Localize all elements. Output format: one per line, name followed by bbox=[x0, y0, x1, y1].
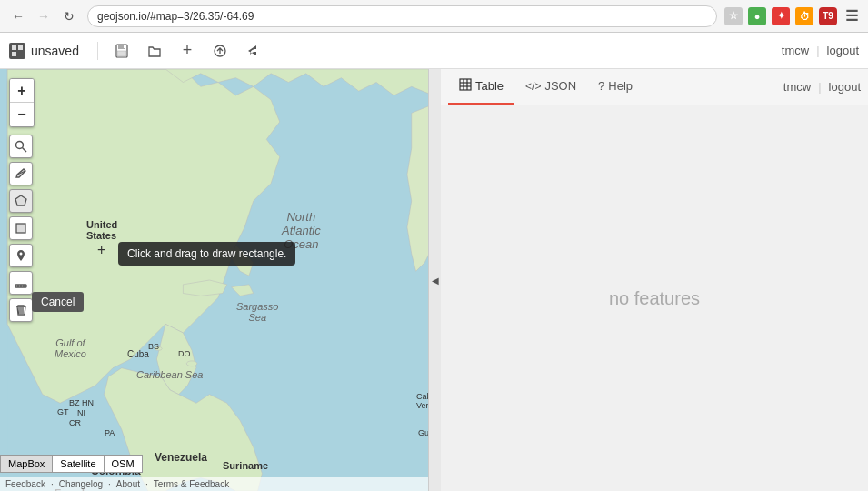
ext-red-icon[interactable]: ✦ bbox=[772, 7, 790, 25]
zoom-out-button[interactable]: − bbox=[10, 103, 34, 126]
cancel-draw-button[interactable]: Cancel bbox=[32, 292, 84, 312]
svg-rect-0 bbox=[12, 45, 16, 50]
tab-json[interactable]: </> JSON bbox=[514, 70, 587, 105]
svg-line-12 bbox=[23, 148, 27, 153]
upload-button[interactable] bbox=[207, 38, 233, 64]
auth-links: tmcw | logout bbox=[782, 44, 859, 57]
basemap-mapbox-button[interactable]: MapBox bbox=[0, 455, 52, 473]
svg-point-9 bbox=[155, 346, 162, 350]
bookmark-icon[interactable]: ☆ bbox=[724, 7, 743, 25]
square-tool-button[interactable] bbox=[9, 216, 33, 240]
forward-button[interactable]: → bbox=[33, 5, 55, 27]
no-features-text: no features bbox=[609, 288, 700, 309]
collapse-panel-button[interactable]: ◀ bbox=[428, 69, 441, 491]
logout-link[interactable]: logout bbox=[827, 44, 859, 57]
svg-rect-5 bbox=[117, 51, 126, 56]
add-button[interactable]: + bbox=[175, 38, 200, 64]
toolbar-sep-1 bbox=[97, 42, 98, 60]
svg-rect-1 bbox=[18, 45, 23, 50]
browser-chrome: ← → ↻ geojson.io/#map=3/26.35/-64.69 ☆ ●… bbox=[0, 0, 868, 33]
app-title-text: unsaved bbox=[31, 44, 79, 58]
trash-tool-button[interactable] bbox=[9, 298, 33, 322]
basemap-selector: MapBox Satellite OSM bbox=[0, 455, 143, 473]
svg-point-11 bbox=[16, 142, 24, 149]
auth-separator: | bbox=[816, 44, 819, 57]
right-panel: Table </> JSON ? Help tmcw | logout n bbox=[441, 69, 868, 491]
app-toolbar: unsaved + bbox=[0, 33, 868, 69]
svg-rect-6 bbox=[124, 45, 125, 48]
search-tool-button[interactable] bbox=[9, 135, 33, 158]
pencil-tool-button[interactable] bbox=[9, 162, 33, 185]
svg-marker-14 bbox=[15, 195, 26, 205]
tab-table-label: Table bbox=[475, 79, 504, 93]
about-link[interactable]: About bbox=[116, 479, 140, 489]
tab-help-label: Help bbox=[608, 79, 633, 93]
address-bar[interactable]: geojson.io/#map=3/26.35/-64.69 bbox=[87, 5, 717, 27]
back-button[interactable]: ← bbox=[7, 5, 29, 27]
polygon-tool-button[interactable] bbox=[9, 189, 33, 213]
no-features-area: no features bbox=[441, 105, 868, 491]
ext-dark-red-icon[interactable]: T9 bbox=[819, 7, 837, 25]
tab-table[interactable]: Table bbox=[448, 70, 514, 105]
svg-rect-21 bbox=[460, 79, 471, 90]
terms-link[interactable]: Terms & Feedback bbox=[154, 479, 229, 489]
tab-username-link[interactable]: tmcw bbox=[783, 80, 811, 94]
edit-tool-button[interactable] bbox=[9, 271, 33, 295]
cancel-button-label: Cancel bbox=[41, 296, 75, 308]
code-icon: </> bbox=[525, 80, 541, 93]
ext-green-icon[interactable]: ● bbox=[748, 7, 766, 25]
tab-bar: Table </> JSON ? Help tmcw | logout bbox=[441, 69, 868, 105]
svg-point-10 bbox=[186, 361, 197, 366]
map-panel[interactable]: NorthAtlanticOcean SargassoSea Gulf ofMe… bbox=[0, 69, 441, 491]
main-content: NorthAtlanticOcean SargassoSea Gulf ofMe… bbox=[0, 69, 868, 491]
help-icon: ? bbox=[598, 79, 604, 93]
basemap-osm-button[interactable]: OSM bbox=[104, 455, 143, 473]
map-controls: + − bbox=[9, 78, 35, 322]
open-button[interactable] bbox=[142, 38, 167, 64]
nav-buttons: ← → ↻ bbox=[7, 5, 80, 27]
url-text: geojson.io/#map=3/26.35/-64.69 bbox=[97, 10, 254, 23]
tab-help[interactable]: ? Help bbox=[587, 70, 644, 105]
app-logo bbox=[9, 43, 25, 59]
basemap-satellite-button[interactable]: Satellite bbox=[52, 455, 103, 473]
feedback-link[interactable]: Feedback bbox=[5, 479, 45, 489]
zoom-controls: + − bbox=[9, 78, 35, 127]
app-container: unsaved + bbox=[0, 33, 868, 491]
app-title: unsaved bbox=[9, 43, 79, 59]
refresh-button[interactable]: ↻ bbox=[58, 5, 80, 27]
save-button[interactable] bbox=[109, 38, 135, 64]
tab-json-label: JSON bbox=[544, 79, 576, 93]
tab-auth: tmcw | logout bbox=[783, 80, 861, 94]
changelog-link[interactable]: Changelog bbox=[59, 479, 103, 489]
svg-rect-2 bbox=[12, 52, 16, 56]
map-attribution: Feedback · Changelog · About · Terms & F… bbox=[0, 477, 428, 491]
table-icon bbox=[459, 78, 472, 94]
zoom-in-button[interactable]: + bbox=[10, 79, 34, 103]
username-link[interactable]: tmcw bbox=[782, 44, 809, 57]
share-button[interactable] bbox=[240, 38, 265, 64]
menu-icon[interactable]: ☰ bbox=[843, 7, 861, 25]
svg-rect-15 bbox=[16, 224, 25, 233]
browser-icons: ☆ ● ✦ ⏱ T9 ☰ bbox=[724, 7, 861, 25]
marker-tool-button[interactable] bbox=[9, 244, 33, 267]
ext-orange-icon[interactable]: ⏱ bbox=[795, 7, 813, 25]
map-svg bbox=[0, 69, 441, 491]
tab-logout-link[interactable]: logout bbox=[829, 80, 861, 94]
